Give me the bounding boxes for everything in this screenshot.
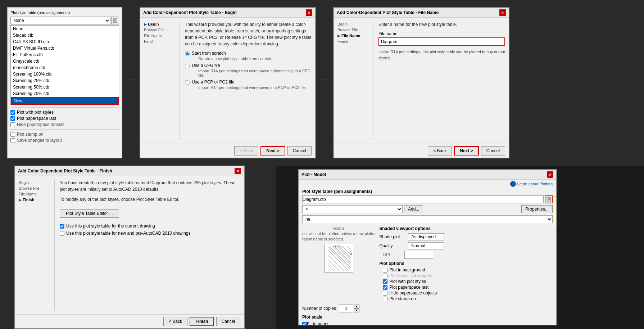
option-cja[interactable]: CJA-A3 SOLID.ctb [11, 39, 119, 45]
pm-opt-hideobjects: Hide paperspace objects [379, 290, 553, 296]
chk-lineweights[interactable] [383, 274, 387, 278]
radio-pcp-content: Use a PCP or PC2 file Import R14 pen set… [192, 80, 307, 90]
arrow2-spacer: → [316, 0, 333, 158]
pm-paper-dropdown[interactable]: ne [302, 215, 553, 223]
copies-spin-down[interactable]: ▼ [354, 308, 359, 312]
chk-paperlast[interactable] [383, 285, 387, 290]
filename-note: Unlike R14 pen settings, this plot style… [378, 49, 505, 61]
pm-pen-label: Plot style table (pen assignments) [299, 188, 556, 195]
finish-finish-btn[interactable]: Finish [190, 317, 214, 326]
finish-note: To modify any of the plot styles, choose… [60, 196, 240, 203]
finish-chk2[interactable] [60, 231, 64, 236]
copies-spin-up[interactable]: ▲ [354, 305, 359, 308]
preview-paper [328, 246, 351, 271]
option-new[interactable]: New... [11, 97, 119, 105]
copies-spinbox: ▲ ▼ [339, 305, 359, 312]
copies-input[interactable] [339, 305, 353, 312]
dialog-begin-titlebar: Add Color-Dependent Plot Style Table - B… [140, 8, 315, 18]
option-stacad[interactable]: Stacad.ctb [11, 32, 119, 39]
fit-to-paper-label: Fit to paper [307, 321, 329, 325]
dialog-begin-sidebar: ▶Begin Browse File File Name Finish [144, 21, 180, 140]
filename-header: Enter a name for the new plot style tabl… [378, 21, 505, 28]
checkbox-save: Save changes to layout [10, 138, 119, 143]
chk-paper-last[interactable] [10, 116, 15, 121]
separator [10, 107, 119, 108]
begin-next-btn[interactable]: Next > [260, 146, 285, 156]
plot-model-panel: Plot - Model × i Learn about Plotting Pl… [276, 166, 644, 329]
option-dwf[interactable]: DWF Virtual Pens.ctb [11, 45, 119, 51]
option-s75[interactable]: Screening 75%.ctb [11, 90, 119, 97]
dialog-finish-body: Begin Browse File File Name ▶Finish You … [15, 176, 244, 314]
pm-info-row: i Learn about Plotting [299, 180, 556, 188]
begin-cancel-btn[interactable]: Cancel [287, 146, 312, 156]
dialog-begin-content: This wizard provides you with the abilit… [180, 21, 312, 140]
chk-stamp[interactable] [10, 132, 15, 137]
plot-model-close[interactable]: × [547, 171, 553, 178]
finish-checkboxes: Use this plot style table for the curren… [60, 224, 240, 236]
filename-next-btn[interactable]: Next > [454, 146, 479, 156]
pm-printer-dropdown[interactable]: > [302, 205, 403, 213]
dialog-finish-close[interactable]: × [235, 168, 241, 174]
pm-pen-row: Edit... Displays the Plot Style Table Ed… [299, 195, 556, 204]
file-name-input[interactable] [378, 37, 505, 46]
radio-pcp-input[interactable] [185, 80, 190, 85]
opt-lineweights-label: Plot object lineweights [389, 273, 432, 278]
pm-pen-icon-box[interactable]: Edit... Displays the Plot Style Table Ed… [545, 195, 553, 203]
finish-editor-btn[interactable]: Plot Style Table Editor ... [60, 209, 119, 218]
pm-copies-label: Number of copies [302, 306, 336, 311]
option-s100[interactable]: Screening 100%.ctb [11, 71, 119, 77]
radio-pcp-label: Use a PCP or PC2 file [192, 80, 307, 85]
edit-tooltip: Edit... Displays the Plot Style Table Ed… [554, 196, 556, 227]
dialog-begin-close[interactable]: × [306, 9, 312, 16]
pm-pen-dropdown[interactable] [302, 195, 544, 203]
begin-back-btn[interactable]: < Back [234, 146, 258, 156]
pen-icon-btn[interactable] [111, 17, 119, 24]
preview-width-label: ←8.5"→ [332, 245, 343, 248]
checkbox-stamp: Plot stamp on [10, 132, 119, 137]
option-fill[interactable]: Fill Patterns.ctb [11, 51, 119, 58]
filename-back-btn[interactable]: < Back [428, 146, 452, 156]
chk-fit-to-paper[interactable] [302, 322, 307, 325]
finish-chk1-row: Use this plot style table for the curren… [60, 224, 240, 229]
radio-cfg-input[interactable] [185, 64, 190, 68]
pm-quality-val: Normal [408, 242, 444, 249]
opt-background-label: Plot in background [389, 267, 425, 272]
chk-hide-paper-label: Hide paperspace objects [17, 122, 64, 127]
preview-height-label: 11" [349, 251, 353, 256]
pm-learn-link[interactable]: Learn about Plotting [517, 182, 553, 186]
pm-dpi-input[interactable] [404, 251, 433, 259]
chk-pm-stamp[interactable] [383, 297, 387, 301]
option-s25[interactable]: Screening 25%.ctb [11, 77, 119, 84]
chk-background[interactable] [383, 268, 387, 272]
plot-model-body: i Learn about Plotting Plot style table … [299, 180, 556, 325]
dialog-filename-close[interactable]: × [499, 9, 506, 16]
chk-plotstyles[interactable] [383, 279, 387, 284]
chk-hide-paper[interactable] [10, 122, 15, 127]
dialog-begin-title: Add Color-Dependent Plot Style Table - B… [143, 10, 237, 15]
plot-style-dropdown[interactable]: None [10, 17, 110, 24]
option-s50[interactable]: Screening 50%.ctb [11, 84, 119, 90]
pm-scale-row: Plot scale [299, 314, 556, 321]
option-none[interactable]: None [11, 26, 119, 32]
finish-back-btn[interactable]: < Back [163, 317, 187, 326]
dropdown-row: None [10, 17, 119, 24]
main-container: Plot style table (pen assignments) None … [0, 0, 644, 329]
pm-quality-row: Quality Normal [379, 242, 553, 249]
chk-hideobjects[interactable] [383, 291, 387, 296]
arrow-begin: ▶ [144, 22, 147, 26]
chk-save[interactable] [10, 138, 15, 143]
pm-paper-row: ne [299, 214, 556, 224]
panel1-plot-style: Plot style table (pen assignments) None … [7, 7, 122, 158]
radio-scratch-input[interactable] [185, 51, 190, 56]
chk-plot-styles[interactable] [10, 110, 15, 115]
pm-properties-btn[interactable]: Properties... [521, 205, 553, 213]
pm-applicable: licable [334, 226, 345, 230]
opt-paperlast-label: Plot paperspace last [389, 285, 428, 290]
finish-cancel-btn[interactable]: Cancel [216, 317, 240, 326]
option-gray[interactable]: Grayscale.ctb [11, 58, 119, 64]
option-mono[interactable]: monochrome.ctb [11, 64, 119, 71]
sidebar-fi-browse: Browse File [19, 185, 51, 191]
finish-chk1[interactable] [60, 224, 64, 229]
pm-add-btn[interactable]: Add... [404, 205, 423, 213]
filename-cancel-btn[interactable]: Cancel [481, 146, 505, 156]
